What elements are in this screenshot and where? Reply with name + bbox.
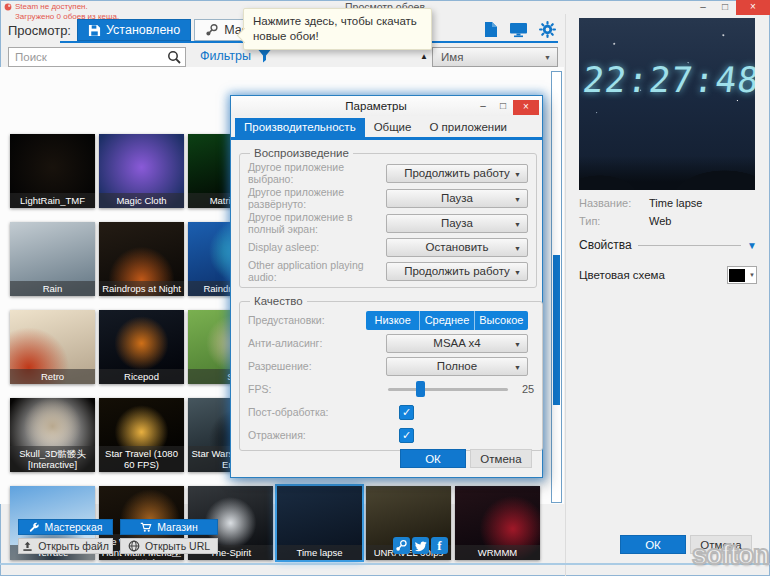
fps-slider-handle[interactable] <box>416 381 425 397</box>
panel-ok-button[interactable]: ОК <box>620 535 686 554</box>
detail-panel: 22:27:48 Название: Time lapse Тип: Web С… <box>565 14 770 576</box>
dialog-minimize-button[interactable]: – <box>473 98 493 114</box>
grid-scrollbar-thumb[interactable] <box>553 255 560 405</box>
setting-dropdown[interactable]: Продолжить работу▼ <box>386 262 528 281</box>
chevron-down-icon: ▼ <box>514 171 521 178</box>
dialog-maximize-button[interactable]: □ <box>493 98 513 114</box>
clock-digits: 22:27:48 <box>581 60 755 100</box>
fps-slider[interactable] <box>388 388 508 391</box>
fps-label: FPS: <box>248 383 386 395</box>
wallpaper-tile-label: Magic Cloth <box>99 193 184 208</box>
dialog-tab[interactable]: Общие <box>365 118 421 137</box>
setting-label: Отражения: <box>248 429 386 441</box>
setting-dropdown[interactable]: Продолжить работу▼ <box>386 164 528 183</box>
grid-scrollbar[interactable] <box>551 71 562 503</box>
properties-label: Свойства <box>579 238 632 252</box>
search-input[interactable] <box>8 47 186 67</box>
steam-icon <box>205 23 219 37</box>
playback-legend: Воспроизведение <box>250 147 353 159</box>
browse-label: Просмотр: <box>8 23 71 38</box>
checkbox[interactable]: ✓ <box>399 428 414 443</box>
window-maximize-button[interactable]: □ <box>714 0 736 14</box>
setting-dropdown-value: Пауза <box>441 192 473 204</box>
tab-installed-label: Установлено <box>106 23 180 37</box>
open-file-button-label: Открыть файл <box>38 540 109 552</box>
filters-button[interactable]: Фильтры <box>200 49 271 63</box>
settings-dialog: Параметры – □ × ПроизводительностьОбщиеО… <box>230 95 543 478</box>
checkbox[interactable]: ✓ <box>399 405 414 420</box>
divider <box>638 245 741 246</box>
wallpaper-preview[interactable]: 22:27:48 <box>579 18 755 190</box>
dialog-cancel-button[interactable]: Отмена <box>470 449 532 468</box>
collapse-arrow-icon[interactable]: ▼ <box>747 240 757 251</box>
monitor-icon[interactable] <box>509 21 528 38</box>
wallpaper-tile-label: Ricepod <box>99 369 184 384</box>
name-value: Time lapse <box>649 197 702 209</box>
setting-dropdown-value: Продолжить работу <box>404 167 510 179</box>
setting-dropdown[interactable]: Пауза▼ <box>386 214 528 233</box>
upload-icon <box>22 541 33 552</box>
sort-dropdown[interactable]: Имя ▼ <box>432 47 558 67</box>
name-label: Название: <box>579 197 631 209</box>
sort-direction-button[interactable]: ▲ <box>420 52 428 61</box>
wallpaper-tile[interactable]: Skull_3D骷髅头 [Interactive] <box>10 398 95 472</box>
setting-dropdown[interactable]: Остановить▼ <box>386 238 528 257</box>
open-url-button-label: Открыть URL <box>145 540 210 552</box>
file-icon[interactable] <box>483 21 498 38</box>
facebook-icon[interactable]: f <box>431 537 448 554</box>
steam-social-icon[interactable] <box>393 537 410 554</box>
setting-label: Анти-алиасинг: <box>248 337 386 349</box>
store-button[interactable]: Магазин <box>120 519 218 535</box>
wallpaper-tile[interactable]: Time lapse <box>277 486 362 560</box>
playback-group: Воспроизведение Другое приложение выбран… <box>239 147 537 288</box>
setting-label: Пост-обработка: <box>248 406 386 418</box>
dialog-close-button[interactable]: × <box>513 100 539 115</box>
watermark: softon <box>692 540 768 571</box>
quality-legend: Качество <box>250 295 307 307</box>
dialog-titlebar: Параметры – □ × <box>231 96 542 116</box>
quality-group: Качество Предустановки: НизкоеСреднееВыс… <box>239 295 543 451</box>
twitter-icon[interactable] <box>412 537 429 554</box>
search-icon <box>167 50 181 64</box>
wallpaper-tile[interactable]: Raindrops at Night <box>99 222 184 296</box>
setting-dropdown[interactable]: Пауза▼ <box>386 189 528 208</box>
preset-button[interactable]: Высокое <box>474 311 528 330</box>
dialog-ok-button[interactable]: ОК <box>400 449 466 468</box>
open-file-button[interactable]: Открыть файл <box>18 538 113 554</box>
window-minimize-button[interactable]: – <box>692 0 714 14</box>
open-url-button[interactable]: Открыть URL <box>120 538 218 554</box>
dialog-tab[interactable]: О приложении <box>420 118 516 137</box>
properties-header[interactable]: Свойства ▼ <box>579 238 757 252</box>
window-close-button[interactable]: × <box>736 0 770 15</box>
wallpaper-tile[interactable]: Magic Cloth <box>99 134 184 208</box>
wallpaper-tile[interactable]: LightRain_TMF <box>10 134 95 208</box>
preset-segment: НизкоеСреднееВысокое <box>366 311 528 330</box>
workshop-button[interactable]: Мастерская <box>18 519 113 535</box>
setting-dropdown[interactable]: MSAA x4▼ <box>386 334 528 353</box>
setting-dropdown[interactable]: Полное▼ <box>386 357 528 376</box>
preset-button[interactable]: Низкое <box>366 311 419 330</box>
chevron-down-icon: ▼ <box>749 272 755 278</box>
dialog-tab[interactable]: Производительность <box>235 118 365 137</box>
setting-dropdown-value: Пауза <box>441 217 473 229</box>
tab-installed[interactable]: Установлено <box>77 19 191 41</box>
wallpaper-tile-label: Skull_3D骷髅头 [Interactive] <box>10 446 95 472</box>
wallpaper-tile-label: Retro <box>10 369 95 384</box>
color-scheme-picker[interactable]: ▼ <box>727 266 757 284</box>
wallpaper-tile[interactable]: Retro <box>10 310 95 384</box>
wallpaper-tile-label: Star Travel (1080 60 FPS) <box>99 446 184 472</box>
wallpaper-tile-label: Time lapse <box>277 545 362 560</box>
wallpaper-tile[interactable]: WRMMM <box>455 486 540 560</box>
wallpaper-tile[interactable]: Rain <box>10 222 95 296</box>
setting-label: Разрешение: <box>248 360 386 372</box>
wallpaper-tile[interactable]: Star Travel (1080 60 FPS) <box>99 398 184 472</box>
wallpaper-tile[interactable]: Ricepod <box>99 310 184 384</box>
cart-icon <box>140 522 152 533</box>
wallpaper-tile-label: LightRain_TMF <box>10 193 95 208</box>
globe-icon <box>128 540 140 552</box>
chevron-down-icon: ▼ <box>514 341 521 348</box>
window-bottom-border <box>0 563 770 565</box>
download-tooltip: Нажмите здесь, чтобы скачать новые обои! <box>243 8 432 50</box>
gear-icon[interactable] <box>539 21 556 38</box>
preset-button[interactable]: Среднее <box>419 311 473 330</box>
